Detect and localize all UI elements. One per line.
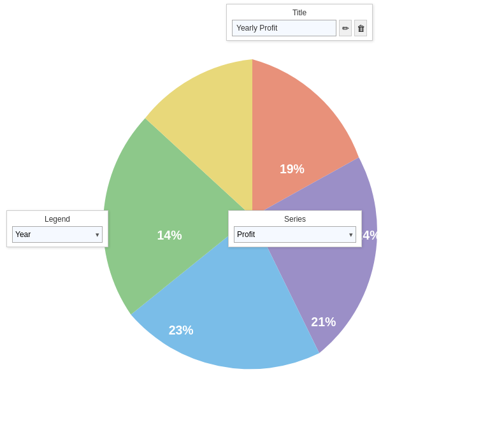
delete-button[interactable]: 🗑	[354, 20, 367, 36]
edit-button[interactable]: ✏	[339, 20, 352, 36]
label-21: 21%	[311, 315, 336, 329]
edit-icon: ✏	[342, 24, 349, 33]
legend-label: Legend	[12, 215, 103, 224]
series-select[interactable]: Profit Revenue Expenses	[234, 226, 356, 243]
series-select-wrapper[interactable]: Profit Revenue Expenses	[234, 226, 356, 243]
title-popup: Title ✏ 🗑	[226, 4, 373, 41]
series-popup: Series Profit Revenue Expenses	[228, 210, 362, 247]
label-23: 23%	[168, 323, 193, 337]
delete-icon: 🗑	[357, 24, 365, 33]
series-label: Series	[234, 215, 356, 224]
title-label: Title	[232, 8, 367, 17]
legend-select-wrapper[interactable]: Year Quarter Month	[12, 226, 103, 243]
legend-select[interactable]: Year Quarter Month	[12, 226, 103, 243]
label-14: 14%	[157, 228, 182, 242]
legend-popup: Legend Year Quarter Month	[6, 210, 108, 247]
title-input[interactable]	[232, 20, 336, 36]
label-19: 19%	[279, 162, 304, 176]
